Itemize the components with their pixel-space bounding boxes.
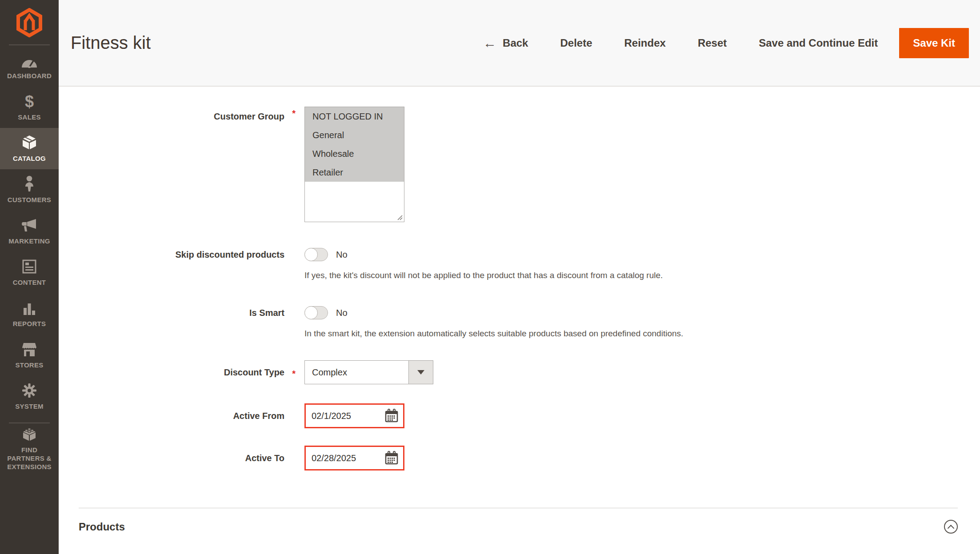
back-button[interactable]: ← Back <box>483 37 528 49</box>
sidebar-item-label: SALES <box>3 113 56 121</box>
sidebar-item-reports[interactable]: REPORTS <box>0 293 59 335</box>
reindex-button[interactable]: Reindex <box>624 37 666 49</box>
page-header: Fitness kit ← Back Delete Reindex Reset … <box>59 0 980 87</box>
is-smart-row: Is Smart No In the smart kit, the extens… <box>79 306 958 339</box>
skip-discounted-note: If yes, the kit's discount will not be a… <box>304 270 663 281</box>
discount-type-label: Discount Type * <box>79 360 284 378</box>
sidebar-menu: DASHBOARD $ SALES CATALOG <box>0 45 59 473</box>
select-dropdown-button[interactable] <box>408 361 433 384</box>
save-kit-button[interactable]: Save Kit <box>899 28 969 58</box>
sidebar-item-find-partners[interactable]: FIND PARTNERS & EXTENSIONS <box>0 423 59 473</box>
required-asterisk: * <box>292 108 296 119</box>
content-icon <box>21 259 37 275</box>
sidebar-item-label: MARKETING <box>3 237 56 245</box>
sidebar-item-label: REPORTS <box>3 319 56 328</box>
active-to-label: Active To <box>79 446 284 463</box>
customer-group-label: Customer Group * <box>79 107 284 122</box>
sidebar-item-stores[interactable]: STORES <box>0 335 59 376</box>
listbox-option[interactable]: General <box>305 126 404 144</box>
listbox-option[interactable]: Wholesale <box>305 144 404 163</box>
skip-discounted-row: Skip discounted products No If yes, the … <box>79 248 958 281</box>
reset-button[interactable]: Reset <box>698 37 727 49</box>
marketing-icon <box>21 217 38 233</box>
sidebar-item-label: STORES <box>3 361 56 369</box>
save-and-continue-button[interactable]: Save and Continue Edit <box>759 37 878 49</box>
magento-logo[interactable] <box>0 0 59 39</box>
stores-icon <box>21 341 38 357</box>
calendar-icon <box>384 409 399 423</box>
selected-option-label: Complex <box>305 361 408 384</box>
toggle-knob <box>304 306 318 319</box>
skip-discounted-label: Skip discounted products <box>79 248 284 260</box>
sidebar-item-label: CATALOG <box>3 154 56 163</box>
customer-group-listbox[interactable]: NOT LOGGED IN General Wholesale Retailer <box>304 107 404 222</box>
active-from-calendar-button[interactable] <box>384 409 399 423</box>
active-to-field <box>304 446 404 470</box>
magento-logo-icon <box>16 8 43 37</box>
discount-type-select[interactable]: Complex <box>304 360 433 384</box>
sidebar-item-marketing[interactable]: MARKETING <box>0 211 59 252</box>
calendar-icon <box>384 451 399 465</box>
customers-icon <box>22 176 37 192</box>
sales-icon: $ <box>25 93 34 109</box>
toggle-state-label: No <box>336 250 348 260</box>
header-actions: ← Back Delete Reindex Reset Save and Con… <box>483 28 969 58</box>
catalog-icon <box>21 135 38 151</box>
sidebar-item-label: SYSTEM <box>3 402 56 411</box>
sidebar-item-customers[interactable]: CUSTOMERS <box>0 169 59 211</box>
admin-sidebar: DASHBOARD $ SALES CATALOG <box>0 0 59 554</box>
active-to-calendar-button[interactable] <box>384 451 399 465</box>
page-title: Fitness kit <box>71 33 151 53</box>
active-from-field <box>304 403 404 428</box>
section-divider <box>79 508 958 508</box>
toggle-state-label: No <box>336 308 348 318</box>
products-collapse-button[interactable] <box>944 520 958 534</box>
chevron-up-icon <box>948 525 955 532</box>
sidebar-item-catalog[interactable]: CATALOG <box>0 128 59 169</box>
required-asterisk: * <box>292 368 296 379</box>
active-from-label: Active From <box>79 403 284 421</box>
products-section-title: Products <box>79 521 125 533</box>
active-to-row: Active To <box>79 446 958 470</box>
listbox-option[interactable]: Retailer <box>305 163 404 182</box>
sidebar-item-sales[interactable]: $ SALES <box>0 87 59 128</box>
active-from-input[interactable] <box>306 411 368 422</box>
active-from-row: Active From <box>79 403 958 428</box>
sidebar-item-label: CONTENT <box>3 278 56 287</box>
resize-handle[interactable] <box>396 214 403 220</box>
listbox-option[interactable]: NOT LOGGED IN <box>305 107 404 126</box>
customer-group-row: Customer Group * NOT LOGGED IN General W… <box>79 107 958 222</box>
kit-form: Customer Group * NOT LOGGED IN General W… <box>59 87 980 554</box>
toggle-knob <box>304 248 318 261</box>
main-area: Fitness kit ← Back Delete Reindex Reset … <box>59 0 980 554</box>
dashboard-icon <box>21 52 38 68</box>
reports-icon <box>22 300 37 316</box>
is-smart-label: Is Smart <box>79 306 284 318</box>
sidebar-item-label: FIND PARTNERS & EXTENSIONS <box>3 446 56 471</box>
find-partners-icon <box>21 426 38 442</box>
is-smart-toggle[interactable] <box>304 306 328 319</box>
back-arrow-icon: ← <box>483 38 496 48</box>
products-section-header[interactable]: Products <box>79 520 958 534</box>
delete-button[interactable]: Delete <box>560 37 592 49</box>
sidebar-item-label: DASHBOARD <box>3 72 56 80</box>
sidebar-item-system[interactable]: SYSTEM <box>0 376 59 417</box>
sidebar-item-content[interactable]: CONTENT <box>0 252 59 293</box>
chevron-down-icon <box>417 370 424 375</box>
sidebar-item-label: CUSTOMERS <box>3 195 56 204</box>
sidebar-item-dashboard[interactable]: DASHBOARD <box>0 45 59 87</box>
system-icon <box>21 383 37 399</box>
magento-admin-page: DASHBOARD $ SALES CATALOG <box>0 0 980 554</box>
is-smart-note: In the smart kit, the extension automati… <box>304 328 683 339</box>
active-to-input[interactable] <box>306 453 368 464</box>
skip-discounted-toggle[interactable] <box>304 248 328 261</box>
discount-type-row: Discount Type * Complex <box>79 360 958 384</box>
